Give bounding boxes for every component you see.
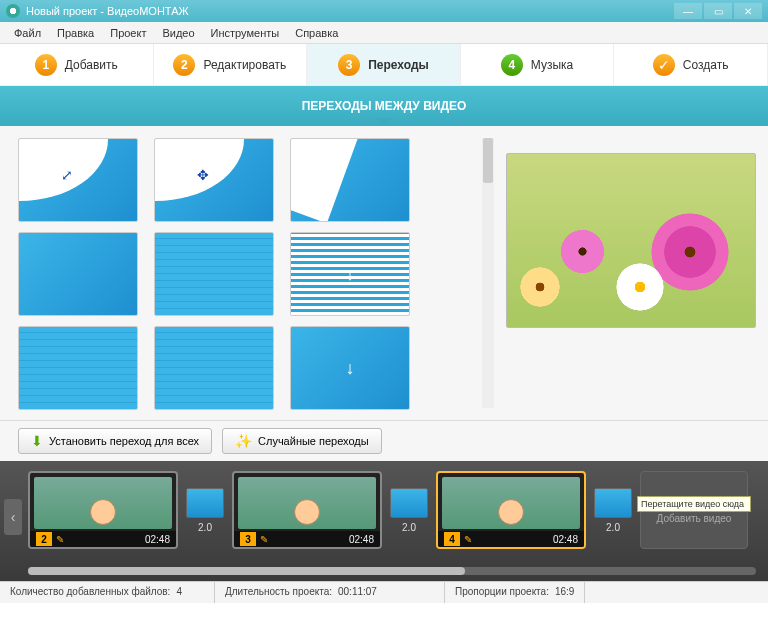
step-3-icon: 3 — [338, 54, 360, 76]
menubar: Файл Правка Проект Видео Инструменты Спр… — [0, 22, 768, 44]
move-icon: ✥ — [197, 167, 209, 183]
tab-create-label: Создать — [683, 58, 729, 72]
random-button[interactable]: ✨Случайные переходы — [222, 428, 382, 454]
transition-thumb[interactable] — [18, 326, 138, 410]
tab-transitions-label: Переходы — [368, 58, 429, 72]
timeline-transition: 2.0 — [388, 471, 430, 549]
transition-thumb[interactable] — [290, 326, 410, 410]
transition-duration: 2.0 — [198, 522, 212, 533]
tab-edit[interactable]: 2Редактировать — [154, 44, 308, 85]
step-tabs: 1Добавить 2Редактировать 3Переходы 4Музы… — [0, 44, 768, 86]
menu-tools[interactable]: Инструменты — [203, 24, 288, 42]
flower-decoration — [555, 224, 610, 279]
transition-thumb[interactable] — [290, 138, 410, 222]
flower-decoration — [610, 257, 670, 317]
tab-music-label: Музыка — [531, 58, 573, 72]
transition-thumb[interactable]: ✥ — [154, 138, 274, 222]
transition-box[interactable] — [594, 488, 632, 518]
status-proportions: Пропорции проекта:16:9 — [445, 582, 585, 603]
drag-tooltip: Перетащите видео сюда — [637, 496, 751, 512]
expand-icon: ⤢ — [61, 167, 73, 183]
random-label: Случайные переходы — [258, 435, 369, 447]
timeline-clip[interactable]: 2✎02:48 — [28, 471, 178, 549]
status-files: Количество добавленных файлов:4 — [0, 582, 215, 603]
menu-help[interactable]: Справка — [287, 24, 346, 42]
clip-number: 3 — [240, 532, 256, 546]
transition-thumb[interactable] — [18, 232, 138, 316]
clip-time: 02:48 — [349, 534, 374, 545]
tab-add[interactable]: 1Добавить — [0, 44, 154, 85]
titlebar: Новый проект - ВидеоМОНТАЖ — ▭ ✕ — [0, 0, 768, 22]
transition-gallery: ⤢ ✥ — [0, 126, 498, 420]
close-button[interactable]: ✕ — [734, 3, 762, 19]
timeline-prev-button[interactable]: ‹ — [4, 499, 22, 535]
status-bar: Количество добавленных файлов:4 Длительн… — [0, 581, 768, 603]
gallery-scrollbar[interactable] — [482, 138, 494, 408]
transition-thumb[interactable] — [154, 326, 274, 410]
transition-duration: 2.0 — [606, 522, 620, 533]
pencil-icon: ✎ — [260, 534, 268, 545]
menu-video[interactable]: Видео — [154, 24, 202, 42]
timeline-transition: 2.0 — [592, 471, 634, 549]
preview-panel — [498, 126, 768, 420]
menu-edit[interactable]: Правка — [49, 24, 102, 42]
timeline-scrollbar[interactable] — [28, 567, 756, 575]
step-4-icon: 4 — [501, 54, 523, 76]
tab-music[interactable]: 4Музыка — [461, 44, 615, 85]
download-icon: ⬇ — [31, 433, 43, 449]
menu-project[interactable]: Проект — [102, 24, 154, 42]
timeline-clip[interactable]: 3✎02:48 — [232, 471, 382, 549]
main-area: ⤢ ✥ — [0, 126, 768, 421]
clip-time: 02:48 — [145, 534, 170, 545]
clip-number: 4 — [444, 532, 460, 546]
menu-file[interactable]: Файл — [6, 24, 49, 42]
preview-image — [506, 153, 756, 328]
pencil-icon: ✎ — [464, 534, 472, 545]
tab-create[interactable]: ✓Создать — [614, 44, 768, 85]
transition-box[interactable] — [186, 488, 224, 518]
timeline: ‹ 2✎02:48 2.0 3✎02:48 2.0 4✎02:48 2.0 ▦ … — [0, 461, 768, 581]
window-title: Новый проект - ВидеоМОНТАЖ — [26, 5, 672, 17]
tab-edit-label: Редактировать — [203, 58, 286, 72]
pencil-icon: ✎ — [56, 534, 64, 545]
status-duration: Длительность проекта:00:11:07 — [215, 582, 445, 603]
tab-add-label: Добавить — [65, 58, 118, 72]
timeline-clip[interactable]: 4✎02:48 — [436, 471, 586, 549]
button-row: ⬇Установить переход для всех ✨Случайные … — [0, 421, 768, 461]
flower-decoration — [515, 262, 565, 312]
apply-all-button[interactable]: ⬇Установить переход для всех — [18, 428, 212, 454]
tab-transitions[interactable]: 3Переходы — [307, 44, 461, 85]
app-icon — [6, 4, 20, 18]
transition-box[interactable] — [390, 488, 428, 518]
transition-thumb[interactable] — [290, 232, 410, 316]
clip-number: 2 — [36, 532, 52, 546]
maximize-button[interactable]: ▭ — [704, 3, 732, 19]
add-clip-label: Добавить видео — [657, 513, 732, 524]
transition-thumb[interactable] — [154, 232, 274, 316]
sparkle-icon: ✨ — [235, 433, 252, 449]
step-1-icon: 1 — [35, 54, 57, 76]
step-5-icon: ✓ — [653, 54, 675, 76]
section-title: ПЕРЕХОДЫ МЕЖДУ ВИДЕО — [302, 99, 467, 113]
clip-time: 02:48 — [553, 534, 578, 545]
apply-all-label: Установить переход для всех — [49, 435, 199, 447]
section-header: ПЕРЕХОДЫ МЕЖДУ ВИДЕО — [0, 86, 768, 126]
add-clip-button[interactable]: ▦ Перетащите видео сюда Добавить видео — [640, 471, 748, 549]
transition-duration: 2.0 — [402, 522, 416, 533]
step-2-icon: 2 — [173, 54, 195, 76]
timeline-transition: 2.0 — [184, 471, 226, 549]
minimize-button[interactable]: — — [674, 3, 702, 19]
transition-thumb[interactable]: ⤢ — [18, 138, 138, 222]
